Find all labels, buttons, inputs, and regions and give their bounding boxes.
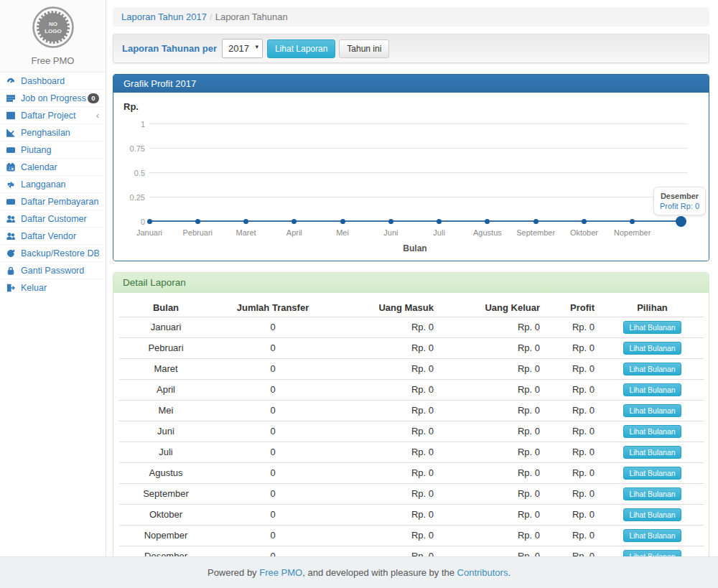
lihat-bulanan-button[interactable]: Lihat Bulanan	[623, 363, 681, 375]
table-cell: Mei	[119, 401, 213, 421]
progress-count-badge: 0	[88, 93, 99, 103]
lihat-bulanan-button[interactable]: Lihat Bulanan	[623, 508, 681, 521]
table-icon	[6, 111, 18, 120]
table-cell: Nopember	[119, 526, 213, 546]
users-icon	[6, 232, 18, 241]
chart-tooltip-label: Desember	[660, 191, 699, 201]
sidebar-item-job-on-progress[interactable]: Job on Progress0	[0, 89, 106, 106]
sidebar-item-label: Daftar Customer	[21, 214, 99, 224]
profit-chart: Rp. 10.750.50.250JanuariPebruariMaretApr…	[113, 93, 709, 261]
table-action-cell: Lihat Bulanan	[600, 317, 704, 338]
tahun-ini-button[interactable]: Tahun ini	[339, 39, 389, 58]
sidebar-item-piutang[interactable]: Piutang	[0, 141, 106, 158]
sidebar-item-label: Calendar	[21, 162, 99, 172]
money-icon	[6, 197, 18, 206]
table-cell: 0	[213, 526, 333, 546]
breadcrumb-link[interactable]: Laporan Tahun 2017	[121, 11, 207, 22]
lihat-bulanan-button[interactable]: Lihat Bulanan	[623, 446, 681, 459]
table-cell: September	[119, 484, 213, 505]
chart-point-september[interactable]	[533, 219, 538, 224]
table-cell: Januari	[119, 317, 213, 338]
no-logo-badge-icon: NO LOGO	[32, 6, 75, 49]
column-header: Profit	[546, 299, 600, 317]
chart-point-april[interactable]	[292, 219, 297, 224]
chart-tooltip-value: Profit Rp: 0	[660, 201, 699, 211]
table-cell: Rp. 0	[546, 421, 600, 442]
table-cell: Desember	[119, 546, 213, 557]
chart-point-pebruari[interactable]	[195, 219, 200, 224]
table-cell: Rp. 0	[546, 526, 600, 546]
footer-text: Powered by Free PMO, and developed with …	[208, 567, 510, 578]
breadcrumb: Laporan Tahun 2017/Laporan Tahunan	[113, 7, 709, 27]
chart-point-juli[interactable]	[437, 219, 442, 224]
lihat-bulanan-button[interactable]: Lihat Bulanan	[623, 529, 681, 542]
sidebar: NO LOGO Free PMO DashboardJob on Progres…	[0, 0, 106, 556]
lihat-bulanan-button[interactable]: Lihat Bulanan	[623, 487, 681, 500]
table-cell: Rp. 0	[546, 380, 600, 401]
chart-point-januari[interactable]	[147, 219, 152, 224]
chart-point-juni[interactable]	[388, 219, 393, 224]
chart-point-mei[interactable]	[340, 219, 345, 224]
chart-y-tick: 0	[116, 218, 145, 226]
sidebar-item-langganan[interactable]: Langganan	[0, 175, 106, 192]
footer: Powered by Free PMO, and developed with …	[0, 556, 718, 588]
sidebar-item-calendar[interactable]: Calendar	[0, 158, 106, 175]
year-select[interactable]: 2017	[222, 39, 263, 58]
table-cell: Rp. 0	[333, 484, 439, 505]
footer-freepmo-link[interactable]: Free PMO	[259, 567, 302, 578]
chart-panel: Grafik Profit 2017 Rp. 10.750.50.250Janu…	[113, 74, 709, 261]
chart-point-oktober[interactable]	[582, 219, 587, 224]
table-action-cell: Lihat Bulanan	[600, 505, 704, 526]
table-row: Agustus0Rp. 0Rp. 0Rp. 0Lihat Bulanan	[119, 463, 704, 484]
page: NO LOGO Free PMO DashboardJob on Progres…	[0, 0, 718, 556]
table-cell: Rp. 0	[439, 526, 546, 546]
sidebar-item-backup-restore-db[interactable]: Backup/Restore DB	[0, 244, 106, 261]
lihat-bulanan-button[interactable]: Lihat Bulanan	[623, 467, 681, 480]
logo-block: NO LOGO Free PMO	[0, 0, 106, 72]
users-icon	[6, 215, 18, 223]
lihat-bulanan-button[interactable]: Lihat Bulanan	[623, 342, 681, 355]
chart-point-maret[interactable]	[243, 219, 248, 224]
sidebar-item-daftar-project[interactable]: Daftar Project‹	[0, 106, 106, 123]
chart-y-tick: 1	[116, 120, 145, 129]
sidebar-item-dashboard[interactable]: Dashboard	[0, 72, 106, 89]
table-cell: Rp. 0	[546, 505, 600, 526]
table-cell: Rp. 0	[439, 380, 546, 401]
lihat-bulanan-button[interactable]: Lihat Bulanan	[623, 404, 681, 417]
table-row: Maret0Rp. 0Rp. 0Rp. 0Lihat Bulanan	[119, 359, 704, 380]
sidebar-item-label: Penghasilan	[21, 128, 99, 138]
chart-x-tick: Nopember	[604, 228, 661, 237]
table-cell: Rp. 0	[439, 421, 546, 442]
chart-point-desember[interactable]	[676, 216, 686, 227]
lihat-bulanan-button[interactable]: Lihat Bulanan	[623, 550, 681, 556]
table-row: Pebruari0Rp. 0Rp. 0Rp. 0Lihat Bulanan	[119, 338, 704, 359]
chevron-left-icon: ‹	[96, 112, 99, 119]
chart-point-nopember[interactable]	[630, 219, 635, 224]
sidebar-item-label: Job on Progress	[21, 93, 88, 103]
sidebar-item-label: Langganan	[21, 179, 99, 190]
sidebar-item-daftar-customer[interactable]: Daftar Customer	[0, 210, 106, 227]
detail-panel: Detail Laporan BulanJumlah TransferUang …	[113, 272, 709, 556]
sidebar-item-penghasilan[interactable]: Penghasilan	[0, 123, 106, 141]
sidebar-item-daftar-vendor[interactable]: Daftar Vendor	[0, 227, 106, 244]
table-cell: Oktober	[119, 505, 213, 526]
table-action-cell: Lihat Bulanan	[600, 401, 704, 421]
lihat-bulanan-button[interactable]: Lihat Bulanan	[623, 425, 681, 438]
lihat-bulanan-button[interactable]: Lihat Bulanan	[623, 383, 681, 396]
sidebar-nav: DashboardJob on Progress0Daftar Project‹…	[0, 72, 106, 296]
detail-table: BulanJumlah TransferUang MasukUang Kelua…	[119, 299, 704, 556]
chart-y-axis-label: Rp.	[123, 101, 139, 112]
sidebar-item-daftar-pembayaran[interactable]: Daftar Pembayaran	[0, 192, 106, 210]
chart-point-agustus[interactable]	[485, 219, 490, 224]
sidebar-item-ganti-password[interactable]: Ganti Password	[0, 261, 106, 279]
money-icon	[6, 146, 18, 154]
sidebar-item-label: Dashboard	[21, 76, 99, 86]
table-cell: Rp. 0	[439, 484, 546, 505]
lihat-laporan-button[interactable]: Lihat Laporan	[267, 39, 335, 58]
table-cell: 0	[213, 546, 333, 557]
table-cell: Rp. 0	[333, 359, 439, 380]
footer-contributors-link[interactable]: Contributors	[457, 567, 508, 578]
lihat-bulanan-button[interactable]: Lihat Bulanan	[623, 321, 681, 334]
calendar-icon	[6, 163, 18, 172]
sidebar-item-keluar[interactable]: Keluar	[0, 279, 106, 296]
